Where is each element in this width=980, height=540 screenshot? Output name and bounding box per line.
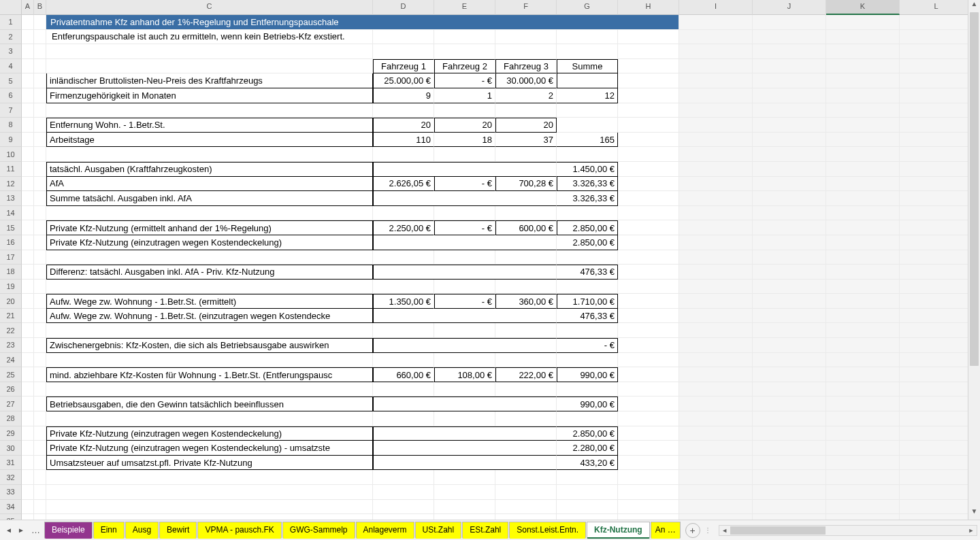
row-label[interactable]: Entfernung Wohn. - 1.Betr.St. xyxy=(46,118,373,133)
row-header-28[interactable]: 28 xyxy=(0,411,22,426)
row-header-31[interactable]: 31 xyxy=(0,456,22,471)
row-label[interactable]: Aufw. Wege zw. Wohnung - 1.Betr.St. (erm… xyxy=(46,294,373,309)
row-label[interactable]: mind. abziehbare Kfz-Kosten für Wohnung … xyxy=(46,367,373,382)
scroll-v-thumb[interactable] xyxy=(970,12,979,366)
row-label[interactable]: Private Kfz-Nutzung (ermittelt anhand de… xyxy=(46,220,373,235)
column-header-E[interactable]: E xyxy=(434,0,495,15)
vehicle-header-g[interactable]: Summe xyxy=(557,59,618,74)
row-header-4[interactable]: 4 xyxy=(0,59,22,74)
row-header-8[interactable]: 8 xyxy=(0,118,22,133)
row-label[interactable]: Arbeitstage xyxy=(46,133,373,148)
sheet-tab-sonst-leist-entn-[interactable]: Sonst.Leist.Entn. xyxy=(509,522,586,539)
column-header-K[interactable]: K xyxy=(826,0,900,15)
column-header-A[interactable]: A xyxy=(22,0,34,15)
scroll-left-arrow[interactable]: ◄ xyxy=(719,527,730,534)
new-sheet-button[interactable]: + xyxy=(685,523,700,538)
row-header-19[interactable]: 19 xyxy=(0,280,22,294)
scroll-v-track[interactable] xyxy=(968,12,980,507)
row-label[interactable]: Umsatzsteuer auf umsatzst.pfl. Private K… xyxy=(46,456,373,471)
row-header-26[interactable]: 26 xyxy=(0,382,22,397)
sheet-tab-est-zahl[interactable]: ESt.Zahl xyxy=(462,522,508,539)
row-header-17[interactable]: 17 xyxy=(0,250,22,265)
row-label[interactable]: inländischer Bruttolisten-Neu-Preis des … xyxy=(46,73,373,88)
row-28 xyxy=(22,411,980,426)
sheet-tab-an--[interactable]: An … xyxy=(651,522,681,539)
row-header-16[interactable]: 16 xyxy=(0,235,22,250)
column-header-C[interactable]: C xyxy=(46,0,373,15)
row-header-21[interactable]: 21 xyxy=(0,309,22,324)
scroll-up-arrow[interactable]: ▲ xyxy=(968,0,980,12)
row-label[interactable]: tatsächl. Ausgaben (Kraftfahrzeugkosten) xyxy=(46,162,373,177)
sheet-tab-bewirt[interactable]: Bewirt xyxy=(159,522,197,539)
sheet-tab-ausg[interactable]: Ausg xyxy=(125,522,159,539)
sheet-tab-einn[interactable]: Einn xyxy=(93,522,125,539)
row-header-11[interactable]: 11 xyxy=(0,162,22,177)
vertical-scrollbar[interactable]: ▲ ▼ xyxy=(968,0,980,520)
title-cell[interactable]: Privatentnahme Kfz anhand der 1%-Regelun… xyxy=(46,15,679,30)
tab-nav-left[interactable]: ◄ xyxy=(3,526,15,534)
row-header-10[interactable]: 10 xyxy=(0,147,22,162)
tab-options-icon[interactable]: ⋮ xyxy=(704,526,712,534)
row-label[interactable]: Zwischenergebnis: Kfz-Kosten, die sich a… xyxy=(46,338,373,353)
row-label[interactable]: Aufw. Wege zw. Wohnung - 1.Betr.St. (ein… xyxy=(46,309,373,324)
sheet-tab-beispiele[interactable]: Beispiele xyxy=(44,522,93,539)
column-header-G[interactable]: G xyxy=(557,0,618,15)
row-header-1[interactable]: 1 xyxy=(0,15,22,30)
row-header-18[interactable]: 18 xyxy=(0,265,22,280)
column-header-H[interactable]: H xyxy=(618,0,679,15)
sheet-tab-ust-zahl[interactable]: USt.Zahl xyxy=(415,522,462,539)
row-label[interactable]: Private Kfz-Nutzung (einzutragen wegen K… xyxy=(46,235,373,250)
row-label[interactable]: Firmenzugehörigkeit in Monaten xyxy=(46,88,373,103)
column-header-I[interactable]: I xyxy=(679,0,753,15)
row-header-24[interactable]: 24 xyxy=(0,353,22,368)
column-header-J[interactable]: J xyxy=(753,0,826,15)
vehicle-header-e[interactable]: Fahrzeug 2 xyxy=(434,59,495,74)
row-header-14[interactable]: 14 xyxy=(0,206,22,221)
scroll-h-track[interactable] xyxy=(730,526,966,535)
select-all-corner[interactable] xyxy=(0,0,22,15)
row-header-27[interactable]: 27 xyxy=(0,396,22,411)
horizontal-scrollbar[interactable]: ◄ ► xyxy=(719,525,977,536)
column-header-F[interactable]: F xyxy=(495,0,557,15)
row-header-12[interactable]: 12 xyxy=(0,177,22,192)
sheet-tab-kfz-nutzung[interactable]: Kfz-Nutzung xyxy=(587,522,650,539)
row-header-29[interactable]: 29 xyxy=(0,426,22,441)
tab-list-ellipsis[interactable]: … xyxy=(27,525,44,535)
row-header-2[interactable]: 2 xyxy=(0,30,22,45)
sheet-tab-anlageverm[interactable]: Anlageverm xyxy=(356,522,414,539)
row-label[interactable]: Differenz: tatsächl. Ausgaben inkl. AfA … xyxy=(46,265,373,280)
row-header-20[interactable]: 20 xyxy=(0,294,22,309)
scroll-right-arrow[interactable]: ► xyxy=(966,527,977,534)
subtitle-cell[interactable]: Entferungspauschale ist auch zu ermittel… xyxy=(46,30,373,45)
row-header-5[interactable]: 5 xyxy=(0,73,22,88)
scroll-h-thumb[interactable] xyxy=(730,526,826,535)
vehicle-header-f[interactable]: Fahrzeug 3 xyxy=(495,59,557,74)
row-header-15[interactable]: 15 xyxy=(0,220,22,235)
row-header-6[interactable]: 6 xyxy=(0,88,22,103)
sheet-tab-gwg-sammelp[interactable]: GWG-Sammelp xyxy=(282,522,355,539)
column-header-L[interactable]: L xyxy=(900,0,973,15)
row-header-33[interactable]: 33 xyxy=(0,485,22,500)
row-header-30[interactable]: 30 xyxy=(0,441,22,456)
row-header-22[interactable]: 22 xyxy=(0,323,22,338)
row-header-13[interactable]: 13 xyxy=(0,191,22,206)
row-header-9[interactable]: 9 xyxy=(0,133,22,148)
vehicle-header-d[interactable]: Fahrzeug 1 xyxy=(373,59,434,74)
tab-nav-right[interactable]: ► xyxy=(15,526,27,534)
row-header-34[interactable]: 34 xyxy=(0,500,22,515)
column-header-D[interactable]: D xyxy=(373,0,434,15)
scroll-down-arrow[interactable]: ▼ xyxy=(968,507,980,520)
row-label[interactable]: AfA xyxy=(46,177,373,192)
row-label[interactable]: Private Kfz-Nutzung (einzutragen wegen K… xyxy=(46,426,373,441)
cell-grid[interactable]: Privatentnahme Kfz anhand der 1%-Regelun… xyxy=(22,15,980,520)
row-label[interactable]: Summe tatsächl. Ausgaben inkl. AfA xyxy=(46,191,373,206)
row-label[interactable]: Betriebsausgaben, die den Gewinn tatsäch… xyxy=(46,396,373,411)
row-header-25[interactable]: 25 xyxy=(0,367,22,382)
sheet-tab-vpma---pausch-fk[interactable]: VPMA - pausch.FK xyxy=(197,522,281,539)
row-header-7[interactable]: 7 xyxy=(0,103,22,118)
row-header-23[interactable]: 23 xyxy=(0,338,22,353)
row-label[interactable]: Private Kfz-Nutzung (einzutragen wegen K… xyxy=(46,441,373,456)
row-header-32[interactable]: 32 xyxy=(0,470,22,485)
column-header-B[interactable]: B xyxy=(34,0,46,15)
row-header-3[interactable]: 3 xyxy=(0,44,22,59)
